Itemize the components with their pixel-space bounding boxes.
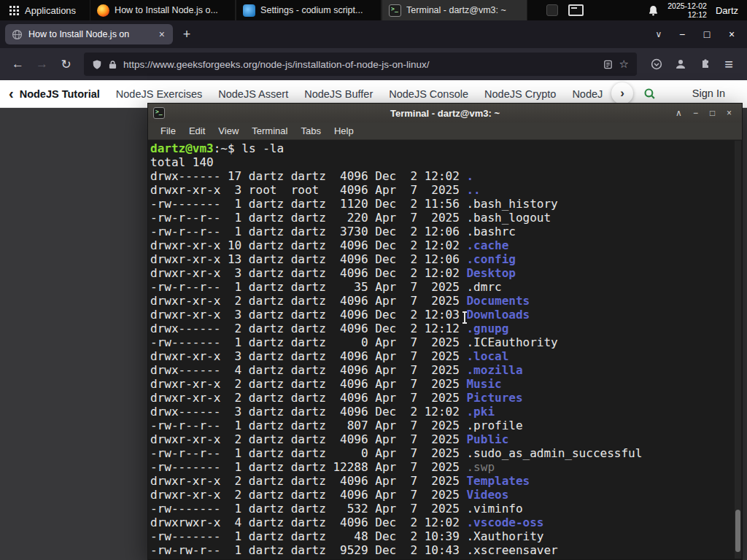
- terminal-output-line: drwx------ 3 dartz dartz 4096 Dec 2 12:0…: [150, 405, 742, 419]
- tray-icon[interactable]: [546, 4, 558, 16]
- bookmark-star-icon[interactable]: ☆: [619, 58, 629, 71]
- terminal-output-line: -rw------- 1 dartz dartz 532 Apr 7 2025 …: [150, 502, 742, 516]
- terminal-output-line: -rw------- 1 dartz dartz 0 Apr 7 2025 .I…: [150, 335, 742, 349]
- terminal-window: Terminal - dartz@vm3: ~ ∧−□× FileEditVie…: [147, 103, 743, 560]
- terminal-output-line: -rw------- 1 dartz dartz 1120 Dec 2 11:5…: [150, 197, 742, 211]
- system-tray: [546, 4, 584, 16]
- gfg-nav-link[interactable]: NodeJS Exercises: [116, 88, 202, 100]
- search-icon[interactable]: [643, 88, 656, 100]
- clock-date: 2025-12-02: [667, 1, 707, 11]
- prompt-separator: :: [214, 141, 221, 155]
- gfg-nav-link[interactable]: NodeJS Console: [389, 88, 468, 100]
- shade-button[interactable]: ∧: [672, 108, 686, 118]
- firefox-icon: [97, 4, 109, 17]
- clock[interactable]: 2025-12-02 12:12: [667, 1, 707, 20]
- terminal-menu-view[interactable]: View: [212, 123, 245, 139]
- close-button[interactable]: ×: [722, 108, 736, 118]
- terminal-titlebar[interactable]: Terminal - dartz@vm3: ~ ∧−□×: [148, 104, 742, 122]
- scrollbar-thumb[interactable]: [735, 510, 740, 552]
- taskbar-item[interactable]: How to Install Node.js o...: [90, 0, 236, 20]
- tab-title: How to Install Node.js on: [28, 29, 152, 39]
- clock-time: 12:12: [667, 10, 707, 20]
- prompt-suffix: $: [228, 141, 241, 155]
- user-menu[interactable]: Dartz: [716, 5, 738, 16]
- terminal-screen[interactable]: dartz@vm3:~$ ls -la total 140 drwx------…: [148, 140, 742, 559]
- terminal-entries: drwx------ 17 dartz dartz 4096 Dec 2 12:…: [150, 169, 742, 557]
- gfg-nav-links: NodeJS TutorialNodeJS ExercisesNodeJS As…: [20, 88, 603, 100]
- taskbar-item-label: Settings - codium script...: [260, 5, 363, 15]
- url-text: https://www.geeksforgeeks.org/node-js/in…: [123, 59, 597, 70]
- reader-mode-icon[interactable]: [603, 60, 613, 69]
- browser-window-controls: −□×: [670, 28, 744, 40]
- taskbar-item[interactable]: Settings - codium script...: [236, 0, 382, 20]
- browser-tab[interactable]: How to Install Node.js on ×: [5, 24, 173, 44]
- codium-icon: [243, 4, 255, 17]
- gfg-nav-link[interactable]: NodeJS Crypto: [484, 88, 556, 100]
- close-button[interactable]: ×: [719, 28, 744, 40]
- forward-button[interactable]: →: [30, 57, 54, 71]
- back-button[interactable]: ←: [6, 57, 30, 71]
- terminal-output-line: drwxr-xr-x 3 dartz dartz 4096 Apr 7 2025…: [150, 349, 742, 363]
- reload-button[interactable]: ↻: [54, 57, 78, 72]
- prompt-user-host: dartz@vm3: [150, 141, 214, 155]
- terminal-menu-help[interactable]: Help: [328, 123, 360, 139]
- terminal-output-line: -rw-rw-r-- 1 dartz dartz 9529 Dec 2 10:4…: [150, 543, 742, 557]
- url-bar[interactable]: https://www.geeksforgeeks.org/node-js/in…: [84, 52, 637, 76]
- terminal-menu-file[interactable]: File: [154, 123, 182, 139]
- gfg-nav-link[interactable]: NodeJS DNS: [572, 88, 603, 100]
- terminal-output-line: drwxr-xr-x 2 dartz dartz 4096 Apr 7 2025…: [150, 432, 742, 446]
- terminal-output-line: drwxr-xr-x 13 dartz dartz 4096 Dec 2 12:…: [150, 252, 742, 266]
- terminal-output-line: drwxr-xr-x 2 dartz dartz 4096 Apr 7 2025…: [150, 474, 742, 488]
- gfg-nav-link[interactable]: NodeJS Tutorial: [20, 88, 100, 100]
- maximize-button[interactable]: □: [694, 28, 719, 40]
- terminal-output-line: drwx------ 2 dartz dartz 4096 Dec 2 12:1…: [150, 322, 742, 335]
- minimize-button[interactable]: −: [670, 28, 694, 40]
- taskbar-item-label: How to Install Node.js o...: [115, 5, 218, 15]
- terminal-output-line: -rw-r--r-- 1 dartz dartz 35 Apr 7 2025 .…: [150, 280, 742, 294]
- new-tab-button[interactable]: +: [176, 27, 198, 42]
- terminal-scrollbar[interactable]: [735, 141, 741, 559]
- account-icon[interactable]: [668, 58, 692, 70]
- sign-in-button[interactable]: Sign In: [692, 88, 725, 99]
- terminal-output-line: -rw-r--r-- 1 dartz dartz 0 Apr 7 2025 .s…: [150, 446, 742, 460]
- tray-terminal-icon[interactable]: [568, 4, 584, 16]
- applications-menu-button[interactable]: Applications: [0, 0, 85, 20]
- maximize-button[interactable]: □: [705, 108, 719, 118]
- terminal-output-line: -rw------- 1 dartz dartz 48 Dec 2 10:39 …: [150, 529, 742, 543]
- terminal-output-line: drwxr-xr-x 3 dartz dartz 4096 Dec 2 12:0…: [150, 266, 742, 280]
- terminal-window-controls: ∧−□×: [672, 104, 736, 122]
- prompt-cwd: ~: [220, 141, 228, 155]
- pocket-icon[interactable]: [644, 58, 668, 70]
- tab-close-icon[interactable]: ×: [158, 28, 166, 40]
- nav-right-icon: ›: [620, 86, 624, 101]
- terminal-output-line: -rw-r--r-- 1 dartz dartz 3730 Dec 2 12:0…: [150, 225, 742, 238]
- nav-scroll-left-icon[interactable]: ‹: [9, 85, 14, 102]
- terminal-output-line: drwxr-xr-x 2 dartz dartz 4096 Apr 7 2025…: [150, 377, 742, 391]
- tracking-shield-icon[interactable]: [92, 59, 102, 70]
- gfg-nav-link[interactable]: NodeJS Assert: [218, 88, 288, 100]
- lock-icon[interactable]: [109, 60, 117, 69]
- notification-bell-icon[interactable]: [648, 5, 659, 16]
- terminal-output-line: drwxrwxr-x 4 dartz dartz 4096 Dec 2 12:0…: [150, 516, 742, 529]
- extensions-icon[interactable]: [692, 58, 716, 70]
- page-favicon-icon: [12, 29, 23, 40]
- applications-label: Applications: [25, 5, 76, 16]
- minimize-button[interactable]: −: [689, 108, 703, 118]
- terminal-menu-tabs[interactable]: Tabs: [294, 123, 327, 139]
- browser-toolbar: ← → ↻ https://www.geeksforgeeks.org/node…: [0, 48, 747, 80]
- taskbar: How to Install Node.js o...Settings - co…: [90, 0, 527, 20]
- terminal-menu-edit[interactable]: Edit: [182, 123, 212, 139]
- terminal-prompt-line: dartz@vm3:~$ ls -la: [150, 141, 742, 155]
- terminal-output-line: drwxr-xr-x 2 dartz dartz 4096 Apr 7 2025…: [150, 294, 742, 308]
- taskbar-item[interactable]: Terminal - dartz@vm3: ~: [382, 0, 527, 20]
- terminal-output-line: drwxr-xr-x 2 dartz dartz 4096 Apr 7 2025…: [150, 488, 742, 502]
- nav-scroll-right-button[interactable]: ›: [611, 82, 633, 104]
- gfg-nav-link[interactable]: NodeJS Buffer: [304, 88, 373, 100]
- menu-button[interactable]: ≡: [716, 56, 741, 73]
- terminal-menu-terminal[interactable]: Terminal: [245, 123, 294, 139]
- terminal-title: Terminal - dartz@vm3: ~: [148, 108, 742, 119]
- terminal-icon: [389, 4, 401, 17]
- terminal-output-line: -rw------- 1 dartz dartz 12288 Apr 7 202…: [150, 460, 742, 474]
- list-all-tabs-icon[interactable]: ∨: [648, 29, 670, 39]
- browser-tab-bar: How to Install Node.js on × + ∨ −□×: [0, 20, 747, 48]
